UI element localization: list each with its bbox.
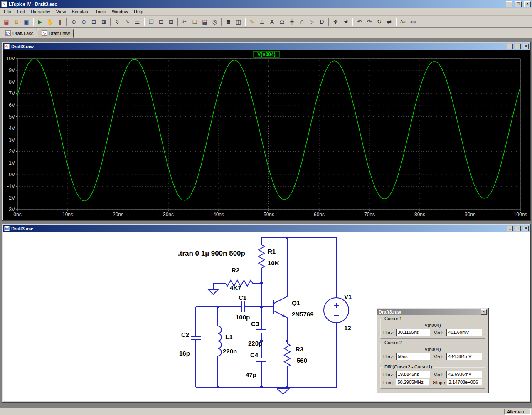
- tile-vertical-icon[interactable]: ⊞: [166, 17, 176, 27]
- voltage-source-symbol[interactable]: [324, 298, 349, 323]
- zoom-out-icon[interactable]: ⊖: [79, 17, 89, 27]
- plot-settings-icon[interactable]: ∿: [123, 17, 132, 27]
- resistor-R1-symbol[interactable]: [259, 238, 264, 283]
- undo-icon[interactable]: ↶: [355, 17, 364, 27]
- capacitor-C4-symbol[interactable]: [256, 341, 266, 387]
- pause-icon[interactable]: ∥: [55, 17, 65, 27]
- component-icon[interactable]: D: [317, 17, 327, 27]
- redo-icon[interactable]: ↷: [365, 17, 374, 27]
- value-C2[interactable]: 16p: [179, 350, 190, 357]
- schematic-close-button[interactable]: ×: [523, 226, 529, 231]
- label-R3[interactable]: R3: [296, 346, 303, 353]
- text-icon[interactable]: Aa: [398, 17, 408, 27]
- menu-tools[interactable]: Tools: [92, 8, 109, 15]
- menu-view[interactable]: View: [53, 8, 69, 15]
- label-R1[interactable]: R1: [268, 248, 276, 255]
- diff-freq-field[interactable]: 50.2905MHz: [396, 379, 429, 386]
- label-V1[interactable]: V1: [344, 293, 352, 300]
- schematic-minimize-button[interactable]: _: [507, 226, 513, 231]
- spice-directive-text[interactable]: .tran 0 1µ 900n 500p: [178, 249, 245, 257]
- diff-vert-field[interactable]: 42.6936mV: [446, 371, 482, 378]
- run-icon[interactable]: ▶: [35, 17, 45, 27]
- waveform-maximize-button[interactable]: □: [515, 44, 521, 49]
- value-Q1[interactable]: 2N5769: [292, 311, 314, 318]
- label-C1[interactable]: C1: [239, 294, 246, 301]
- copy-icon[interactable]: ❏: [190, 17, 200, 27]
- transistor-Q1-emitter[interactable]: [273, 311, 287, 341]
- cursor1-horz-field[interactable]: 30.1155ns: [396, 329, 430, 336]
- zoom-area-icon[interactable]: ⊡: [89, 17, 99, 27]
- print-icon[interactable]: ≣: [224, 17, 233, 27]
- resistor-icon[interactable]: Ω: [277, 17, 287, 27]
- value-C1[interactable]: 100p: [236, 314, 250, 321]
- autorange-y-icon[interactable]: ⇕: [113, 17, 122, 27]
- wire-pencil-icon[interactable]: ✎: [247, 17, 257, 27]
- paste-icon[interactable]: ▤: [200, 17, 209, 27]
- bottom-rail-wire[interactable]: [196, 323, 336, 387]
- waveform-svg[interactable]: 10V9V8V7V6V5V4V3V2V1V0V-1V-2V-3V0ns10ns2…: [3, 50, 530, 220]
- rotate-icon[interactable]: ↻: [374, 17, 384, 27]
- open-folder-icon[interactable]: ⧉: [12, 17, 21, 27]
- label-L1[interactable]: L1: [225, 333, 233, 341]
- top-rail-wire[interactable]: [261, 238, 336, 298]
- tab-draft3.asc[interactable]: ▷Draft3.asc: [2, 29, 37, 38]
- zoom-in-icon[interactable]: ⊕: [69, 17, 79, 27]
- inductor-L1-symbol[interactable]: [218, 307, 222, 387]
- spice-directive-icon[interactable]: .op: [408, 17, 418, 27]
- value-L1[interactable]: 220n: [223, 348, 237, 355]
- label-C2[interactable]: C2: [181, 331, 189, 338]
- cursor2-horz-field[interactable]: 50ns: [396, 353, 430, 360]
- schematic-maximize-button[interactable]: □: [515, 226, 521, 231]
- find-icon[interactable]: ◎: [210, 17, 219, 27]
- cursor1-vert-field[interactable]: 401.69mV: [446, 329, 482, 336]
- capacitor-C2-symbol[interactable]: [191, 307, 201, 387]
- cursor-dialog[interactable]: Draft3.raw × Cursor 1 V(n004) Horz: 30.1…: [377, 308, 489, 393]
- value-C4[interactable]: 47p: [246, 371, 256, 378]
- print-preview-icon[interactable]: ◫: [234, 17, 243, 27]
- menu-hierarchy[interactable]: Hierarchy: [28, 8, 53, 15]
- menu-edit[interactable]: Edit: [14, 8, 28, 15]
- value-C3[interactable]: 220p: [248, 340, 262, 347]
- mirror-icon[interactable]: ⇌: [384, 17, 394, 27]
- menu-file[interactable]: File: [1, 8, 14, 15]
- label-C3[interactable]: C3: [251, 320, 259, 327]
- cursor-dialog-titlebar[interactable]: Draft3.raw ×: [377, 309, 488, 315]
- close-button[interactable]: ×: [524, 1, 531, 7]
- cascade-windows-icon[interactable]: ❐: [146, 17, 156, 27]
- cursor2-vert-field[interactable]: 444.384mV: [446, 353, 482, 360]
- label-C4[interactable]: C4: [250, 351, 259, 358]
- label-Q1[interactable]: Q1: [292, 299, 300, 306]
- waveform-close-button[interactable]: ×: [523, 44, 529, 49]
- cursor-dialog-close-button[interactable]: ×: [481, 309, 487, 315]
- resistor-R3-symbol[interactable]: [284, 341, 290, 387]
- drag-icon[interactable]: ☚: [341, 17, 350, 27]
- diode-icon[interactable]: ▷: [307, 17, 317, 27]
- maximize-button[interactable]: □: [515, 1, 522, 7]
- inductor-icon[interactable]: ∩: [297, 17, 307, 27]
- waveform-window-titlebar[interactable]: ∿ Draft3.raw _ □ ×: [3, 43, 530, 50]
- cut-icon[interactable]: ✂: [180, 17, 190, 27]
- label-R2[interactable]: R2: [232, 267, 239, 274]
- minimize-button[interactable]: _: [506, 1, 512, 7]
- halt-icon[interactable]: ✋: [45, 17, 55, 27]
- diff-slope-field[interactable]: 2.14708e+006: [447, 379, 482, 386]
- menu-window[interactable]: Window: [109, 8, 131, 15]
- diff-horz-field[interactable]: 19.8845ns: [396, 371, 430, 378]
- move-icon[interactable]: ✥: [331, 17, 340, 27]
- value-R3[interactable]: 560: [297, 357, 307, 364]
- zoom-full-extents-icon[interactable]: ⊠: [99, 17, 108, 27]
- menu-help[interactable]: Help: [131, 8, 146, 15]
- capacitor-icon[interactable]: ╪: [287, 17, 297, 27]
- value-V1[interactable]: 12: [344, 324, 351, 331]
- new-schematic-icon[interactable]: ▦: [2, 17, 11, 27]
- ground-symbol-left[interactable]: [208, 289, 218, 294]
- waveform-plot-area[interactable]: 10V9V8V7V6V5V4V3V2V1V0V-1V-2V-3V0ns10ns2…: [3, 50, 530, 220]
- tab-draft3.raw[interactable]: ∿Draft3.raw: [38, 29, 74, 38]
- save-icon[interactable]: ▣: [22, 17, 31, 27]
- label-net-icon[interactable]: A: [267, 17, 277, 27]
- spice-netlist-icon[interactable]: ☰: [133, 17, 142, 27]
- value-R1[interactable]: 10K: [268, 259, 279, 267]
- trace-label[interactable]: V(n004): [257, 52, 275, 57]
- schematic-window-titlebar[interactable]: ▤ Draft3.asc _ □ ×: [3, 225, 530, 232]
- tile-horizontal-icon[interactable]: ⊟: [156, 17, 166, 27]
